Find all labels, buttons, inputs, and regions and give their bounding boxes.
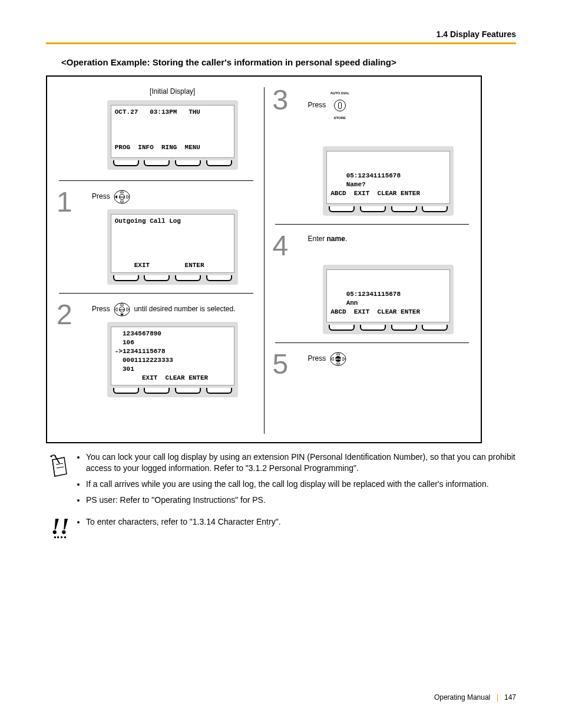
softkey [175, 275, 201, 281]
svg-text:ENTER: ENTER [119, 196, 125, 199]
softkey [206, 388, 232, 394]
svg-marker-12 [115, 308, 117, 311]
softkey [360, 325, 386, 331]
softkey [422, 206, 448, 212]
softkey [329, 325, 355, 331]
step5-press: Press [308, 354, 326, 363]
footer-divider [497, 694, 498, 702]
footer-label: Operating Manual [434, 693, 490, 701]
lcd-initial-soft: PROG INFO RING MENU [115, 144, 200, 151]
svg-marker-6 [127, 195, 129, 199]
lcd-step4-soft: ABCD EXIT CLEAR ENTER [330, 308, 420, 315]
lcd-step3-soft: ABCD EXIT CLEAR ENTER [330, 190, 420, 197]
lcd-step2: 1234567890 106 ->12341115678 00011122233… [107, 322, 238, 397]
lcd-step3-body: 05:12341115678 Name? [330, 172, 401, 188]
step-number-4: 4 [273, 229, 289, 262]
softkey [113, 275, 139, 281]
lcd-step1-soft: EXIT ENTER [115, 262, 204, 269]
softkey [360, 206, 386, 212]
step4-dot: . [345, 235, 347, 243]
note-item: You can lock your call log display by us… [86, 452, 516, 474]
softkey [144, 275, 170, 281]
operation-box: [Initial Display] OCT.27 03:13PM THU PRO… [46, 75, 482, 443]
note-item: PS user: Refer to "Operating Instruction… [86, 495, 516, 506]
autodial-bot: STORE [330, 112, 350, 124]
step1-press: Press [92, 192, 110, 200]
footer: Operating Manual 147 [434, 693, 516, 702]
important-icon: !! [46, 516, 74, 540]
initial-display-label: [Initial Display] [92, 87, 253, 95]
step4-name: name [327, 235, 345, 243]
lcd-initial: OCT.27 03:13PM THU PROG INFO RING MENU [107, 100, 238, 170]
svg-text:ENTER: ENTER [119, 309, 125, 311]
notes-block-2: !! To enter characters, refer to "1.3.14… [46, 516, 516, 540]
softkey [329, 206, 355, 212]
softkey [113, 160, 139, 166]
softkey [391, 325, 417, 331]
lcd-step2-body: 1234567890 106 ->12341115678 00011122233… [115, 330, 173, 373]
softkey [175, 160, 201, 166]
svg-marker-20 [343, 357, 345, 361]
step-number-3: 3 [273, 84, 289, 116]
softkey [175, 388, 201, 394]
note-item: If a call arrives while you are using th… [86, 479, 516, 490]
lcd-step4-body: 05:12341115678 Ann [330, 291, 401, 307]
lcd-initial-line: OCT.27 03:13PM THU [115, 108, 200, 116]
softkey [206, 275, 232, 281]
svg-point-23 [50, 455, 52, 457]
svg-marker-5 [115, 195, 117, 199]
nav-enter-center-icon: ENTER [329, 351, 347, 367]
step3-press: Press [308, 101, 326, 109]
step2-after: until desired number is selected. [134, 305, 235, 313]
step-number-5: 5 [273, 348, 289, 380]
section-title: <Operation Example: Storing the caller's… [61, 57, 516, 67]
lcd-step2-soft: EXIT CLEAR ENTER [115, 374, 208, 381]
lcd-step1: Outgoing Call Log EXIT ENTER [107, 209, 238, 285]
step-number-2: 2 [57, 298, 72, 331]
header-section: 1.4 Display Features [46, 29, 516, 42]
footer-page: 147 [504, 693, 516, 701]
svg-marker-13 [127, 308, 129, 311]
step4-enter: Enter [308, 235, 327, 243]
softkey [144, 388, 170, 394]
header-rule [46, 42, 516, 44]
lcd-step3: 05:12341115678 Name? ABCD EXIT CLEAR ENT… [323, 146, 454, 216]
softkey [144, 160, 170, 166]
autodial-store-icon: AUTO DIAL STORE [330, 87, 350, 124]
softkey [206, 160, 232, 166]
step2-press: Press [92, 305, 110, 313]
notes-block-1: You can lock your call log display by us… [46, 452, 516, 510]
softkey [391, 206, 417, 212]
note-icon [46, 452, 74, 510]
svg-marker-19 [331, 357, 333, 361]
nav-down-icon: ENTER [113, 302, 131, 317]
svg-text:ENTER: ENTER [335, 358, 341, 361]
lcd-step4: 05:12341115678 Ann ABCD EXIT CLEAR ENTER [323, 265, 454, 334]
step-number-1: 1 [57, 186, 72, 218]
softkey [113, 388, 139, 394]
lcd-step1-line: Outgoing Call Log [115, 218, 181, 225]
note-item: To enter characters, refer to "1.3.14 Ch… [86, 516, 516, 528]
autodial-top: AUTO DIAL [330, 87, 350, 99]
nav-enter-icon: ENTER [113, 189, 131, 205]
softkey [422, 325, 448, 331]
